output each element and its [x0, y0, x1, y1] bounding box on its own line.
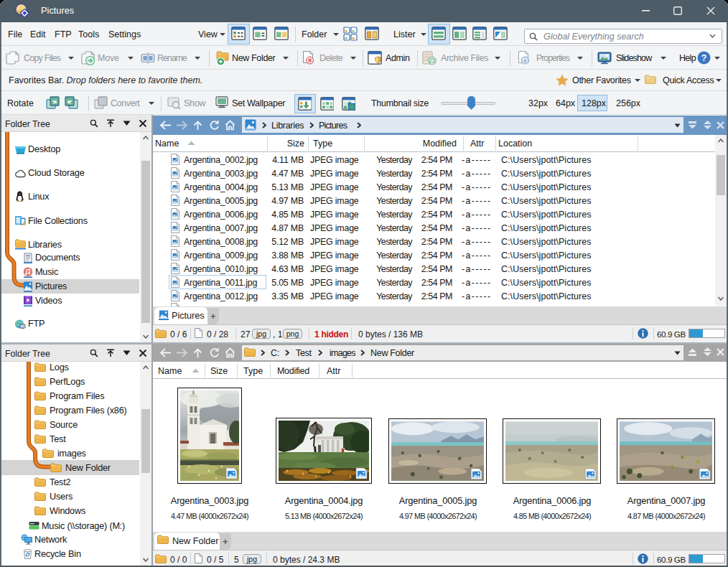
- svg-text:?: ?: [701, 53, 707, 63]
